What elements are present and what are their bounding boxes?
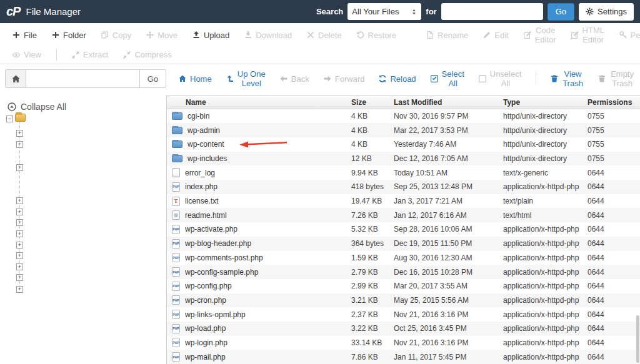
cpanel-logo-icon: cP bbox=[6, 4, 20, 19]
nav-link-select-all[interactable]: Select All bbox=[431, 69, 464, 88]
table-row[interactable]: cgi-bin4 KBNov 30, 2016 9:57 PMhttpd/uni… bbox=[167, 109, 640, 124]
nav-link-up-one-level[interactable]: Up One Level bbox=[226, 69, 266, 88]
file-name[interactable]: license.txt bbox=[185, 197, 218, 205]
nav-link-empty-trash: Empty Trash bbox=[598, 69, 635, 88]
plus-icon bbox=[12, 31, 20, 39]
unselect-all-icon bbox=[479, 75, 486, 82]
reload-icon bbox=[379, 75, 386, 82]
nav-link-view-trash[interactable]: View Trash bbox=[551, 69, 584, 88]
php-file-icon: PHP bbox=[172, 267, 180, 277]
annotation-arrow bbox=[239, 140, 288, 148]
table-row[interactable]: wp-content4 KBYesterday 7:46 AMhttpd/uni… bbox=[167, 137, 640, 152]
table-row[interactable]: PHPindex.php418 bytesSep 25, 2013 12:48 … bbox=[167, 180, 640, 194]
root-folder-icon[interactable] bbox=[15, 114, 26, 122]
file-name[interactable]: cgi-bin bbox=[188, 112, 209, 121]
search-scope-select[interactable]: All Your Files bbox=[348, 3, 421, 20]
scrollbar-thumb[interactable] bbox=[636, 315, 639, 363]
table-row[interactable]: PHPwp-mail.php7.86 KBJan 11, 2017 5:45 P… bbox=[167, 350, 640, 364]
table-row[interactable]: PHPwp-load.php3.22 KBOct 25, 2016 3:45 P… bbox=[167, 322, 640, 336]
toolbar-button-compress: Compress bbox=[123, 50, 171, 59]
toolbar-button-folder[interactable]: Folder bbox=[52, 31, 86, 40]
forward-icon bbox=[324, 75, 331, 82]
tree-expand-toggle[interactable]: + bbox=[16, 274, 23, 281]
column-header-size[interactable]: Size bbox=[349, 98, 391, 107]
file-name[interactable]: wp-activate.php bbox=[185, 225, 238, 234]
file-name[interactable]: wp-load.php bbox=[185, 324, 226, 333]
size-cell: 19.47 KB bbox=[349, 197, 391, 205]
table-row[interactable]: PHPwp-cron.php3.21 KBMay 25, 2015 5:56 A… bbox=[167, 293, 640, 308]
toolbar-button-upload[interactable]: Upload bbox=[192, 31, 229, 40]
table-row[interactable]: PHPwp-blog-header.php364 bytesDec 19, 20… bbox=[167, 237, 640, 251]
column-header-name[interactable]: Name bbox=[167, 98, 349, 107]
pencil-square-icon bbox=[524, 31, 531, 39]
toolbar-row-1: FileFolderCopyMoveUploadDownloadDeleteRe… bbox=[0, 24, 640, 46]
tree-expand-toggle[interactable]: + bbox=[16, 219, 23, 226]
column-header-permissions[interactable]: Permissions bbox=[585, 98, 640, 107]
table-row[interactable]: error_log9.94 KBToday 10:51 AMtext/x-gen… bbox=[167, 165, 640, 180]
tree-expand-toggle[interactable]: + bbox=[16, 209, 23, 215]
file-name[interactable]: wp-mail.php bbox=[185, 353, 226, 362]
tree-expand-toggle[interactable]: + bbox=[16, 197, 23, 204]
permissions-cell: 0644 bbox=[585, 182, 640, 191]
size-cell: 12 KB bbox=[349, 154, 391, 163]
tree-expand-toggle[interactable]: + bbox=[16, 263, 23, 270]
table-row[interactable]: PHPwp-login.php33.14 KBNov 21, 2016 3:16… bbox=[167, 336, 640, 350]
type-cell: application/x-httpd-php bbox=[501, 253, 585, 262]
table-row[interactable]: PHPwp-activate.php5.32 KBSep 28, 2016 10… bbox=[167, 222, 640, 237]
settings-button[interactable]: Settings bbox=[579, 3, 634, 21]
file-name[interactable]: error_log bbox=[185, 169, 215, 177]
type-cell: application/x-httpd-php bbox=[501, 225, 585, 234]
table-row[interactable]: PHPwp-config-sample.php2.79 KBDec 16, 20… bbox=[167, 265, 640, 279]
file-name[interactable]: wp-cron.php bbox=[185, 296, 226, 305]
column-header-type[interactable]: Type bbox=[501, 98, 585, 107]
file-name[interactable]: wp-login.php bbox=[185, 338, 228, 347]
file-name[interactable]: wp-links-opml.php bbox=[185, 310, 246, 319]
file-name[interactable]: readme.html bbox=[185, 211, 227, 220]
table-row[interactable]: ◎readme.html7.26 KBJan 12, 2017 6:16 AMt… bbox=[167, 208, 640, 222]
file-name[interactable]: wp-comments-post.php bbox=[185, 253, 263, 262]
collapse-all-label: Collapse All bbox=[21, 102, 66, 112]
file-name[interactable]: wp-config-sample.php bbox=[185, 268, 258, 277]
tree-expand-toggle[interactable]: + bbox=[16, 242, 23, 248]
file-name[interactable]: index.php bbox=[185, 182, 218, 191]
last-modified-cell: Aug 30, 2016 12:30 AM bbox=[391, 253, 501, 262]
file-name[interactable]: wp-admin bbox=[188, 126, 220, 135]
tree-root-collapse-toggle[interactable]: − bbox=[6, 116, 13, 122]
home-path-button[interactable] bbox=[5, 69, 26, 88]
table-row[interactable]: PHPwp-config.php2.99 KBMar 20, 2017 3:55… bbox=[167, 279, 640, 293]
tree-expand-toggle[interactable]: + bbox=[16, 230, 23, 237]
size-cell: 4 KB bbox=[349, 112, 391, 121]
tree-expand-toggle[interactable]: + bbox=[16, 252, 23, 259]
nav-link-label: Back bbox=[291, 74, 309, 84]
file-name[interactable]: wp-blog-header.php bbox=[185, 239, 251, 248]
table-row[interactable]: Tlicense.txt19.47 KBJan 3, 2017 7:21 AMt… bbox=[167, 194, 640, 209]
file-name[interactable]: wp-includes bbox=[188, 154, 227, 163]
collapse-all-button[interactable]: Collapse All bbox=[8, 102, 66, 112]
tree-expand-toggle[interactable]: + bbox=[16, 286, 23, 293]
navigation-bar: Go HomeUp One LevelBackForwardReloadSele… bbox=[0, 64, 640, 93]
size-cell: 2.37 KB bbox=[349, 310, 391, 319]
tree-expand-toggle[interactable]: + bbox=[16, 130, 23, 137]
path-go-button[interactable]: Go bbox=[140, 69, 166, 88]
table-row[interactable]: PHPwp-comments-post.php1.59 KBAug 30, 20… bbox=[167, 251, 640, 265]
search-input[interactable] bbox=[441, 3, 543, 20]
search-go-button[interactable]: Go bbox=[548, 3, 574, 21]
nav-link-reload[interactable]: Reload bbox=[379, 74, 416, 84]
file-name[interactable]: wp-config.php bbox=[185, 282, 232, 290]
name-cell: PHPwp-links-opml.php bbox=[167, 310, 349, 319]
tree-expand-toggle[interactable]: + bbox=[16, 164, 23, 171]
toolbar-button-file[interactable]: File bbox=[12, 31, 37, 40]
file-name[interactable]: wp-content bbox=[188, 140, 224, 149]
nav-link-home[interactable]: Home bbox=[179, 74, 212, 84]
size-cell: 7.86 KB bbox=[349, 353, 391, 362]
tree-expand-toggle[interactable]: + bbox=[16, 141, 23, 148]
search-scope-value: All Your Files bbox=[352, 7, 399, 16]
table-row[interactable]: wp-admin4 KBMar 22, 2017 3:53 PMhttpd/un… bbox=[167, 123, 640, 137]
table-row[interactable]: PHPwp-links-opml.php2.37 KBNov 21, 2016 … bbox=[167, 307, 640, 322]
delete-icon bbox=[307, 31, 314, 39]
table-row[interactable]: wp-includes12 KBDec 12, 2016 7:05 AMhttp… bbox=[167, 152, 640, 166]
size-cell: 5.32 KB bbox=[349, 225, 391, 234]
toolbar-button-label: Folder bbox=[63, 31, 86, 40]
column-header-last-modified[interactable]: Last Modified bbox=[391, 98, 501, 107]
path-input[interactable] bbox=[26, 69, 140, 88]
